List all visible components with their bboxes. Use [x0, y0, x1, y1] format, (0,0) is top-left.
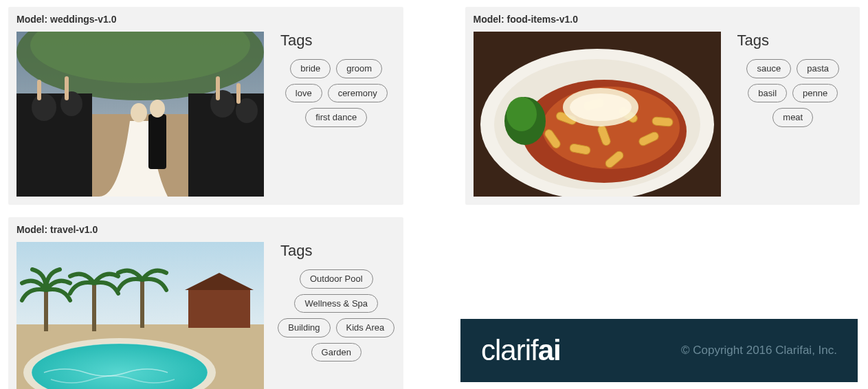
tag-pill[interactable]: bride [290, 59, 331, 78]
tag-pill[interactable]: Building [278, 318, 330, 337]
tags-heading: Tags [278, 32, 395, 49]
copyright-text: © Copyright 2016 Clarifai, Inc. [681, 344, 837, 357]
svg-point-7 [60, 91, 82, 116]
card-body: Tags sauce pasta basil penne meat [474, 32, 852, 197]
tag-pill[interactable]: love [285, 84, 322, 103]
svg-rect-11 [65, 76, 69, 100]
svg-point-14 [131, 103, 147, 122]
tags-section: Tags sauce pasta basil penne meat [735, 32, 852, 127]
brand-logo: clarifai [481, 334, 561, 367]
svg-rect-12 [216, 76, 220, 100]
model-title: Model: food-items-v1.0 [474, 14, 852, 25]
logo-text-b: ai [538, 334, 561, 366]
svg-rect-29 [652, 117, 673, 127]
model-title: Model: weddings-v1.0 [16, 14, 395, 25]
tag-pill[interactable]: basil [748, 84, 787, 103]
sample-image-food [474, 32, 721, 197]
svg-point-32 [570, 93, 632, 121]
tag-pill[interactable]: Kids Area [336, 318, 395, 337]
tag-pill[interactable]: groom [336, 59, 382, 78]
tags-heading: Tags [278, 242, 395, 260]
svg-rect-39 [44, 290, 48, 331]
tag-pill[interactable]: sauce [746, 59, 791, 78]
svg-rect-41 [140, 280, 144, 328]
footer: clarifai © Copyright 2016 Clarifai, Inc. [460, 319, 858, 382]
tag-pill[interactable]: pasta [797, 59, 839, 78]
card-body: Tags Outdoor Pool Wellness & Spa Buildin… [16, 242, 395, 389]
svg-point-16 [150, 100, 165, 118]
tags-wrap: sauce pasta basil penne meat [735, 59, 852, 127]
card-body: Tags bride groom love ceremony first dan… [16, 32, 395, 197]
tag-pill[interactable]: Outdoor Pool [300, 269, 373, 289]
svg-point-8 [210, 90, 235, 118]
tags-section: Tags bride groom love ceremony first dan… [278, 32, 395, 127]
tag-pill[interactable]: first dance [305, 108, 367, 127]
tag-pill[interactable]: ceremony [328, 84, 388, 103]
tag-pill[interactable]: Wellness & Spa [294, 294, 378, 313]
logo-text-a: clarif [481, 334, 538, 366]
svg-rect-40 [92, 283, 96, 331]
svg-point-34 [507, 97, 537, 131]
tags-wrap: bride groom love ceremony first dance [278, 59, 395, 127]
svg-rect-37 [188, 290, 250, 328]
tags-heading: Tags [735, 32, 852, 49]
tags-section: Tags Outdoor Pool Wellness & Spa Buildin… [278, 242, 395, 362]
svg-rect-10 [37, 80, 41, 100]
tags-wrap: Outdoor Pool Wellness & Spa Building Kid… [278, 269, 395, 362]
svg-point-6 [32, 93, 56, 121]
tag-pill[interactable]: Garden [311, 343, 361, 362]
tag-pill[interactable]: penne [792, 84, 838, 103]
svg-rect-13 [236, 83, 241, 104]
tag-pill[interactable]: meat [772, 108, 813, 127]
model-card-weddings: Model: weddings-v1.0 [8, 7, 403, 205]
sample-image-wedding [16, 32, 264, 197]
model-card-travel: Model: travel-v1.0 [8, 217, 403, 389]
sample-image-travel [16, 242, 264, 389]
model-card-food: Model: food-items-v1.0 [465, 7, 860, 205]
svg-rect-15 [148, 114, 166, 169]
model-title: Model: travel-v1.0 [16, 224, 395, 235]
